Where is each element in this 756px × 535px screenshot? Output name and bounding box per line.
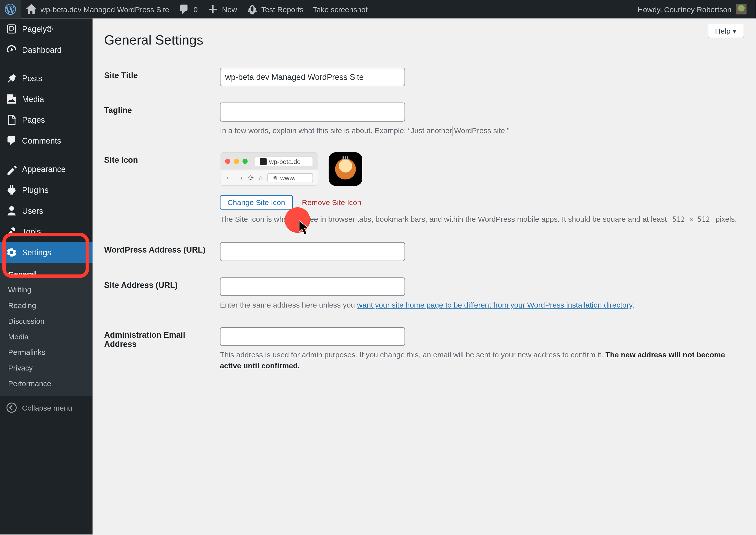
- site-icon-desc-2: pixels.: [716, 215, 737, 224]
- main-content: Help ▾ General Settings Site Title Tagli…: [93, 18, 756, 534]
- sidebar-item-plugins[interactable]: Plugins: [0, 180, 93, 200]
- favicon-preview-icon: [260, 158, 267, 165]
- url-box: 🗎 www.: [268, 173, 313, 183]
- traffic-light-green-icon: [242, 159, 248, 164]
- sidebar-item-appearance[interactable]: Appearance: [0, 159, 93, 180]
- wordpress-icon: [5, 4, 16, 15]
- tagline-input[interactable]: [220, 103, 405, 122]
- collapse-menu-button[interactable]: Collapse menu: [0, 396, 93, 419]
- site-icon-desc-1: The Site Icon is what you see in browser…: [220, 215, 669, 224]
- admin-email-desc-1: This address is used for admin purposes.…: [220, 351, 605, 359]
- site-url-input[interactable]: [220, 277, 405, 296]
- comments-count: 0: [194, 5, 198, 14]
- sidebar-item-pagely[interactable]: Pagely®: [0, 18, 93, 39]
- home-icon: [25, 4, 37, 15]
- site-url-label: Site Address (URL): [104, 271, 220, 321]
- admin-sidebar: Pagely® Dashboard Posts Media Pages Co: [0, 18, 93, 534]
- test-reports-link[interactable]: Test Reports: [242, 0, 309, 18]
- comments-link[interactable]: 0: [174, 0, 202, 18]
- site-url-desc-prefix: Enter the same address here unless you: [220, 300, 357, 309]
- take-screenshot-link[interactable]: Take screenshot: [308, 0, 372, 18]
- site-icon-label: Site Icon: [104, 147, 220, 237]
- admin-bar: wp-beta.dev Managed WordPress Site 0 New…: [0, 0, 756, 18]
- avatar: [736, 4, 746, 14]
- help-tab[interactable]: Help ▾: [708, 24, 744, 38]
- sidebar-item-pages[interactable]: Pages: [0, 109, 93, 130]
- nav-back-icon: ←: [225, 174, 232, 182]
- admin-email-label: Administration Email Address: [104, 321, 220, 382]
- site-title-input[interactable]: [220, 68, 405, 86]
- new-content-link[interactable]: New: [202, 0, 241, 18]
- media-icon: [6, 93, 17, 105]
- wp-url-input[interactable]: [220, 242, 405, 261]
- plus-icon: [207, 4, 219, 15]
- plugins-icon: [6, 184, 17, 196]
- traffic-light-yellow-icon: [234, 159, 239, 164]
- comments-icon: [6, 135, 17, 147]
- comment-icon: [178, 4, 190, 15]
- site-icon-graphic: [335, 159, 356, 180]
- browser-tab: wp-beta.de: [255, 156, 313, 166]
- pin-icon: [6, 72, 17, 84]
- nav-reload-icon: ⟳: [248, 174, 254, 182]
- app-icon-preview: [329, 153, 362, 186]
- site-url-desc-link[interactable]: want your site home page to be different…: [357, 300, 632, 309]
- submenu-item-media[interactable]: Media: [0, 329, 93, 345]
- sidebar-item-settings[interactable]: Settings: [0, 242, 93, 263]
- sidebar-item-comments[interactable]: Comments: [0, 130, 93, 151]
- submenu-item-performance[interactable]: Performance: [0, 376, 93, 391]
- submenu-item-reading[interactable]: Reading: [0, 297, 93, 313]
- admin-email-input[interactable]: [220, 327, 405, 346]
- account-link[interactable]: Howdy, Courtney Robertson: [633, 0, 751, 18]
- svg-rect-0: [8, 25, 16, 33]
- page-title: General Settings: [104, 32, 744, 48]
- submenu-item-writing[interactable]: Writing: [0, 282, 93, 297]
- sidebar-item-media[interactable]: Media: [0, 89, 93, 109]
- wp-url-label: WordPress Address (URL): [104, 237, 220, 271]
- settings-icon: [6, 247, 17, 258]
- site-title-text: wp-beta.dev Managed WordPress Site: [40, 5, 169, 14]
- submenu-item-discussion[interactable]: Discussion: [0, 313, 93, 329]
- site-icon-dimensions: 512 × 512: [669, 213, 714, 226]
- collapse-icon: [6, 402, 17, 413]
- pagely-icon: [6, 23, 17, 35]
- remove-site-icon-button[interactable]: Remove Site Icon: [298, 196, 365, 209]
- traffic-light-red-icon: [225, 159, 230, 164]
- tagline-label: Tagline: [104, 97, 220, 147]
- site-home-link[interactable]: wp-beta.dev Managed WordPress Site: [21, 0, 174, 18]
- appearance-icon: [6, 163, 17, 175]
- submenu-item-general[interactable]: General: [0, 266, 93, 282]
- bug-icon: [246, 4, 258, 15]
- text-caret: [453, 126, 453, 136]
- site-title-label: Site Title: [104, 62, 220, 97]
- tagline-description: In a few words, explain what this site i…: [220, 126, 510, 135]
- sidebar-item-users[interactable]: Users: [0, 200, 93, 221]
- sidebar-item-posts[interactable]: Posts: [0, 68, 93, 89]
- users-icon: [6, 205, 17, 217]
- dashboard-icon: [6, 44, 17, 56]
- settings-submenu: General Writing Reading Discussion Media…: [0, 263, 93, 396]
- pages-icon: [6, 114, 17, 126]
- nav-forward-icon: →: [237, 174, 244, 182]
- browser-preview: wp-beta.de ← → ⟳ ⌂ 🗎 www.: [220, 153, 318, 186]
- site-url-desc-suffix: .: [632, 300, 634, 309]
- sidebar-item-tools[interactable]: Tools: [0, 221, 93, 242]
- submenu-item-privacy[interactable]: Privacy: [0, 360, 93, 376]
- sidebar-item-dashboard[interactable]: Dashboard: [0, 39, 93, 60]
- nav-home-icon: ⌂: [258, 174, 263, 182]
- submenu-item-permalinks[interactable]: Permalinks: [0, 345, 93, 360]
- tools-icon: [6, 226, 17, 238]
- file-icon: 🗎: [272, 174, 278, 182]
- change-site-icon-button[interactable]: Change Site Icon: [220, 195, 293, 210]
- svg-point-1: [7, 403, 16, 412]
- wp-logo[interactable]: [0, 0, 21, 18]
